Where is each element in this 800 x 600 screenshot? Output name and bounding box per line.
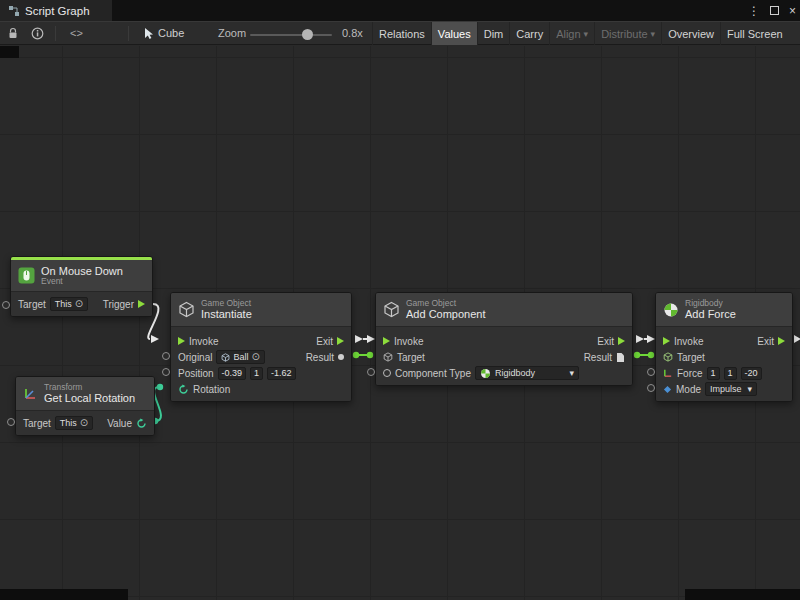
component-type-input-port[interactable] (367, 368, 375, 376)
force-z-field[interactable]: -20 (741, 367, 762, 380)
position-input-port[interactable] (162, 368, 170, 376)
target-port-label: Target (18, 299, 46, 310)
target-value-chip[interactable]: This⊙ (50, 297, 88, 311)
port-row-original: Original Ball ⊙ Result (171, 349, 351, 365)
port-row-invoke-exit: Invoke Exit (171, 333, 351, 349)
wire-flow-addcomponent-to-addforce[interactable] (636, 335, 655, 343)
node-header[interactable]: Transform Get Local Rotation (16, 377, 154, 410)
type-port-icon[interactable] (383, 369, 391, 377)
target-value-chip[interactable]: This⊙ (55, 416, 93, 430)
object-picker-icon[interactable]: ⊙ (80, 418, 88, 428)
toolbar-buttons: Relations Values Dim Carry Align▾ Distri… (372, 22, 789, 45)
toolbar-button-relations[interactable]: Relations (372, 22, 431, 45)
horizontal-scrollbar-track[interactable] (0, 589, 128, 600)
port-row-target: Target (656, 349, 792, 365)
toolbar-button-overview[interactable]: Overview (661, 22, 720, 45)
node-subtitle: Game Object (201, 299, 252, 308)
node-add-force[interactable]: Rigidbody Add Force Invoke Exit Target (655, 292, 793, 402)
position-port-label: Position (178, 368, 214, 379)
close-icon[interactable]: × (789, 4, 796, 18)
info-icon[interactable] (31, 22, 44, 44)
flow-arrow-icon[interactable] (138, 300, 145, 308)
node-title: Get Local Rotation (44, 392, 135, 404)
flow-arrow-icon[interactable] (178, 337, 185, 345)
canvas-corner-mask (0, 46, 19, 58)
flow-arrow-icon[interactable] (778, 337, 785, 345)
original-input-port[interactable] (162, 352, 170, 360)
dropdown-value: Rigidbody (495, 368, 535, 378)
code-view-icon[interactable]: <> (70, 22, 83, 44)
force-x-field[interactable]: 1 (707, 367, 720, 380)
result-port-label: Result (306, 352, 334, 363)
flow-arrow-icon[interactable] (663, 337, 670, 345)
target-input-port[interactable] (2, 301, 10, 309)
force-y-field[interactable]: 1 (724, 367, 737, 380)
node-header[interactable]: Rigidbody Add Force (656, 293, 792, 326)
chip-label: This (55, 299, 72, 309)
toolbar-button-values[interactable]: Values (431, 22, 477, 45)
toolbar-button-align[interactable]: Align▾ (549, 22, 594, 45)
wire-flow-instantiate-to-addcomponent[interactable] (355, 335, 375, 343)
port-row-invoke-exit: Invoke Exit (376, 333, 632, 349)
menu-icon[interactable]: ⋮ (748, 4, 760, 18)
port-row-component-type: Component Type Rigidbody ▾ (376, 365, 632, 381)
maximize-icon[interactable] (770, 6, 779, 15)
script-graph-icon (8, 5, 20, 17)
mode-input-port[interactable] (647, 384, 655, 392)
node-add-component[interactable]: Game Object Add Component Invoke Exit Ta… (375, 292, 633, 386)
toolbar-button-distribute[interactable]: Distribute▾ (594, 22, 661, 45)
graph-canvas[interactable]: On Mouse Down Event Target This⊙ Trigger (0, 46, 800, 600)
flow-arrow-icon[interactable] (337, 337, 344, 345)
window-tab[interactable]: Script Graph (0, 0, 112, 21)
original-value-chip[interactable]: Ball ⊙ (216, 350, 264, 364)
button-label: Distribute (601, 28, 647, 40)
target-port-label: Target (677, 352, 705, 363)
graph-pointer-icon (143, 22, 155, 44)
object-picker-icon[interactable]: ⊙ (251, 352, 259, 362)
zoom-slider-thumb[interactable] (302, 29, 313, 40)
toolbar-button-dim[interactable]: Dim (477, 22, 510, 45)
object-picker-icon[interactable]: ⊙ (75, 299, 83, 309)
flow-arrow-icon[interactable] (383, 337, 390, 345)
port-row-rotation: Rotation (171, 381, 351, 397)
transform-icon (23, 386, 38, 401)
wire-value-result-to-target-1[interactable] (353, 352, 373, 358)
mode-port-label: Mode (676, 384, 701, 395)
node-header[interactable]: Game Object Add Component (376, 293, 632, 326)
target-input-port[interactable] (7, 418, 15, 426)
original-port-label: Original (178, 352, 212, 363)
toolbar-button-fullscreen[interactable]: Full Screen (720, 22, 789, 45)
force-input-port[interactable] (647, 368, 655, 376)
component-type-port-label: Component Type (395, 368, 471, 379)
button-label: Dim (484, 28, 504, 40)
node-instantiate[interactable]: Game Object Instantiate Invoke Exit Orig… (170, 292, 352, 402)
zoom-slider-track[interactable] (250, 34, 332, 36)
node-header[interactable]: On Mouse Down Event (11, 260, 152, 291)
node-header[interactable]: Game Object Instantiate (171, 293, 351, 326)
game-object-icon (221, 353, 230, 362)
result-output-port[interactable] (338, 354, 344, 360)
position-z-field[interactable]: -1.62 (267, 367, 296, 380)
window-controls: ⋮ × (748, 0, 796, 21)
node-get-local-rotation[interactable]: Transform Get Local Rotation Target This… (15, 376, 155, 436)
position-x-field[interactable]: -0.39 (218, 367, 247, 380)
game-object-icon (663, 352, 673, 362)
wire-flow-addforce-exit[interactable] (794, 335, 800, 343)
port-row-position: Position -0.39 1 -1.62 (171, 365, 351, 381)
mode-dropdown[interactable]: Impulse ▾ (705, 382, 757, 396)
toolbar-button-carry[interactable]: Carry (509, 22, 549, 45)
node-titles: Transform Get Local Rotation (44, 383, 135, 404)
result-port-label: Result (584, 352, 612, 363)
flow-arrow-icon[interactable] (618, 337, 625, 345)
game-object-icon (383, 352, 393, 362)
window-title: Script Graph (25, 5, 90, 17)
node-title: Instantiate (201, 308, 252, 320)
wire-value-result-to-target-2[interactable] (634, 352, 654, 358)
lock-icon[interactable] (7, 22, 19, 44)
component-type-dropdown[interactable]: Rigidbody ▾ (475, 366, 579, 380)
script-graph-window: Script Graph ⋮ × <> Cube Zoom 0.8x Relat… (0, 0, 800, 600)
node-on-mouse-down[interactable]: On Mouse Down Event Target This⊙ Trigger (10, 256, 153, 317)
graph-object-name[interactable]: Cube (158, 22, 184, 44)
horizontal-scrollbar-track[interactable] (685, 589, 800, 600)
position-y-field[interactable]: 1 (250, 367, 263, 380)
